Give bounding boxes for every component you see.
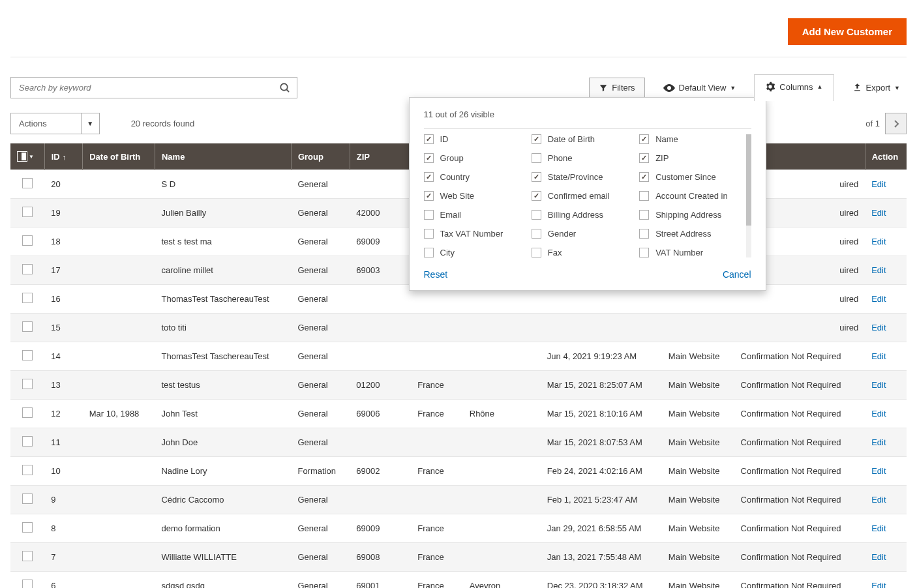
checkbox-icon[interactable]	[532, 210, 541, 220]
checkbox-icon[interactable]	[424, 134, 434, 144]
row-checkbox[interactable]	[22, 379, 33, 389]
row-checkbox[interactable]	[22, 436, 33, 447]
row-checkbox[interactable]	[22, 551, 33, 561]
filters-button[interactable]: Filters	[589, 78, 644, 98]
checkbox-icon[interactable]	[424, 229, 434, 239]
checkbox-icon[interactable]	[532, 248, 541, 257]
row-checkbox[interactable]	[22, 522, 33, 533]
edit-link[interactable]: Edit	[871, 466, 886, 476]
column-toggle-label: VAT Number	[655, 248, 703, 257]
edit-link[interactable]: Edit	[871, 323, 886, 332]
checkbox-icon[interactable]	[532, 191, 541, 201]
reset-button[interactable]: Reset	[424, 269, 448, 280]
row-checkbox[interactable]	[22, 350, 33, 360]
checkbox-icon[interactable]	[639, 229, 649, 239]
column-toggle-item[interactable]: Billing Address	[532, 210, 634, 220]
cancel-button[interactable]: Cancel	[723, 269, 751, 280]
checkbox-icon[interactable]	[532, 134, 541, 144]
column-toggle-item[interactable]: Street Address	[639, 229, 742, 239]
edit-link[interactable]: Edit	[871, 294, 886, 304]
table-cell: Edit	[865, 285, 907, 314]
edit-link[interactable]: Edit	[871, 437, 886, 447]
search-icon[interactable]	[273, 82, 297, 94]
checkbox-icon[interactable]	[532, 229, 541, 239]
default-view-button[interactable]: Default View ▼	[657, 79, 743, 96]
search-input[interactable]	[11, 83, 273, 93]
column-toggle-item[interactable]: Customer Since	[639, 172, 742, 182]
checkbox-icon[interactable]	[424, 153, 434, 163]
column-toggle-item[interactable]: Fax	[532, 248, 634, 257]
edit-link[interactable]: Edit	[871, 409, 886, 419]
column-toggle-item[interactable]: Country	[424, 172, 526, 182]
checkbox-icon[interactable]	[639, 172, 649, 182]
checkbox-icon[interactable]	[424, 172, 434, 182]
export-button[interactable]: Export ▼	[846, 79, 907, 96]
edit-link[interactable]: Edit	[871, 351, 886, 361]
table-cell: Edit	[865, 428, 907, 457]
column-toggle-item[interactable]: Gender	[532, 229, 634, 239]
edit-link[interactable]: Edit	[871, 237, 886, 246]
row-checkbox[interactable]	[22, 465, 33, 475]
column-header-group[interactable]: Group	[291, 143, 350, 170]
column-toggle-item[interactable]: Web Site	[424, 191, 526, 201]
edit-link[interactable]: Edit	[871, 380, 886, 390]
checkbox-icon[interactable]	[532, 172, 541, 182]
checkbox-icon[interactable]	[532, 153, 541, 163]
table-cell: Dec 23, 2020 3:18:32 AM	[541, 572, 662, 589]
table-cell	[350, 285, 411, 314]
row-checkbox[interactable]	[22, 235, 33, 246]
row-checkbox[interactable]	[22, 264, 33, 274]
edit-link[interactable]: Edit	[871, 208, 886, 218]
checkbox-icon[interactable]	[639, 134, 649, 144]
edit-link[interactable]: Edit	[871, 495, 886, 505]
column-toggle-item[interactable]: Confirmed email	[532, 191, 634, 201]
scrollbar-thumb[interactable]	[746, 134, 751, 226]
column-toggle-item[interactable]: City	[424, 248, 526, 257]
row-checkbox[interactable]	[22, 321, 33, 332]
column-header-dob[interactable]: Date of Birth	[83, 143, 155, 170]
column-toggle-item[interactable]: Account Created in	[639, 191, 742, 201]
row-checkbox[interactable]	[22, 493, 33, 504]
column-toggle-item[interactable]: Tax VAT Number	[424, 229, 526, 239]
edit-link[interactable]: Edit	[871, 581, 886, 588]
checkbox-icon[interactable]	[424, 191, 434, 201]
columns-button[interactable]: Columns ▲	[754, 74, 834, 101]
checkbox-icon[interactable]	[639, 191, 649, 201]
row-checkbox[interactable]	[22, 293, 33, 303]
add-new-customer-button[interactable]: Add New Customer	[788, 18, 907, 45]
table-cell: 16	[44, 285, 83, 314]
column-toggle-item[interactable]: ID	[424, 134, 526, 144]
column-toggle-item[interactable]: Phone	[532, 153, 634, 163]
column-toggle-item[interactable]: Name	[639, 134, 742, 144]
table-cell: General	[291, 514, 350, 543]
column-toggle-item[interactable]: State/Province	[532, 172, 634, 182]
checkbox-icon[interactable]	[424, 248, 434, 257]
column-toggle-item[interactable]: Group	[424, 153, 526, 163]
pager-next-button[interactable]	[885, 113, 907, 134]
column-header-name[interactable]: Name	[155, 143, 291, 170]
edit-link[interactable]: Edit	[871, 265, 886, 275]
edit-link[interactable]: Edit	[871, 523, 886, 533]
caret-down-icon[interactable]: ▼	[81, 113, 99, 134]
checkbox-icon[interactable]	[639, 210, 649, 220]
row-checkbox[interactable]	[22, 207, 33, 217]
checkbox-icon[interactable]	[424, 210, 434, 220]
select-all-checkbox[interactable]: ▼	[17, 151, 38, 162]
table-cell: Main Website	[662, 543, 734, 572]
table-cell: caroline millet	[155, 256, 291, 285]
edit-link[interactable]: Edit	[871, 179, 886, 189]
checkbox-icon[interactable]	[639, 248, 649, 257]
column-toggle-item[interactable]: VAT Number	[639, 248, 742, 257]
row-checkbox[interactable]	[22, 407, 33, 418]
row-checkbox[interactable]	[22, 580, 33, 588]
column-toggle-item[interactable]: Shipping Address	[639, 210, 742, 220]
edit-link[interactable]: Edit	[871, 552, 886, 562]
column-toggle-item[interactable]: Email	[424, 210, 526, 220]
actions-dropdown[interactable]: Actions ▼	[10, 113, 100, 134]
column-header-zip[interactable]: ZIP	[350, 143, 411, 170]
checkbox-icon[interactable]	[639, 153, 649, 163]
column-toggle-item[interactable]: ZIP	[639, 153, 742, 163]
column-toggle-item[interactable]: Date of Birth	[532, 134, 634, 144]
row-checkbox[interactable]	[22, 178, 33, 188]
column-header-id[interactable]: ID↑	[44, 143, 83, 170]
